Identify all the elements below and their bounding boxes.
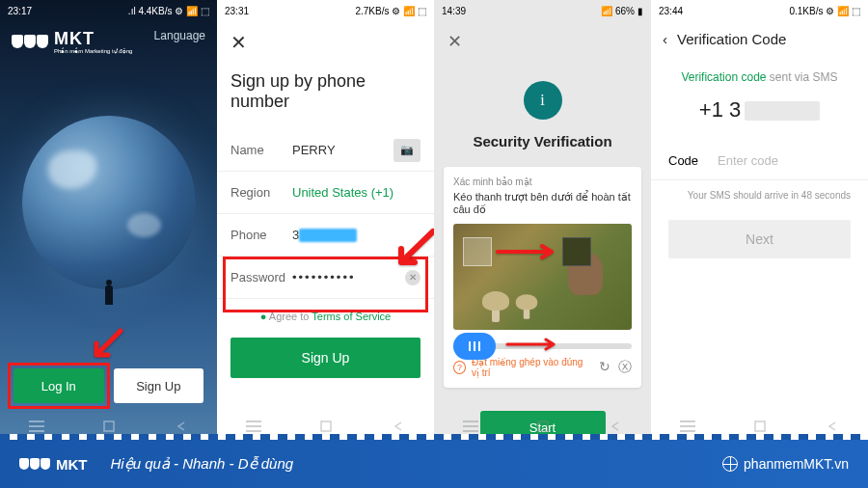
captcha-instruction: Kéo thanh trượt bên dưới để hoàn tất câu… <box>453 191 632 216</box>
language-selector[interactable]: Language <box>154 29 205 42</box>
status-icons: .ıl 4.4KB/s ⚙ 📶 ⬚ <box>128 6 209 16</box>
annotation-arrow-icon <box>505 338 563 351</box>
footer-banner: MKT Hiệu quả - Nhanh - Dễ dùng phanmemMK… <box>0 440 868 488</box>
status-bar: 23:31 2.7KB/s ⚙ 📶 ⬚ <box>217 0 434 21</box>
svg-rect-9 <box>463 425 478 427</box>
security-verification-screen: 14:39 📶 66% ▮ ✕ i Security Verification … <box>434 0 651 440</box>
signup-button[interactable]: Sign Up <box>114 368 204 403</box>
verification-message: Verification code sent via SMS <box>651 57 868 92</box>
login-screen: 23:17 .ıl 4.4KB/s ⚙ 📶 ⬚ MKT Phần mềm Mar… <box>0 0 217 440</box>
clock: 23:17 <box>8 6 32 16</box>
page-title: Verification Code <box>677 31 786 47</box>
brand-logo: MKT Phần mềm Marketing tự động <box>12 29 132 54</box>
signup-screen: 23:31 2.7KB/s ⚙ 📶 ⬚ ✕ Sign up by phone n… <box>217 0 434 440</box>
signup-submit-button[interactable]: Sign Up <box>231 338 420 378</box>
footer-url[interactable]: phanmemMKT.vn <box>722 456 849 472</box>
code-field-row: Code <box>651 142 868 180</box>
svg-rect-10 <box>463 430 478 432</box>
footer-logo: MKT <box>19 456 88 473</box>
close-icon[interactable]: ✕ <box>434 21 651 62</box>
person-silhouette <box>103 280 115 309</box>
svg-rect-7 <box>321 421 331 431</box>
camera-icon[interactable]: 📷 <box>393 139 420 162</box>
svg-rect-8 <box>463 420 478 422</box>
clock: 14:39 <box>442 6 466 16</box>
svg-rect-2 <box>29 430 44 432</box>
help-icon[interactable]: ? <box>453 361 466 374</box>
svg-rect-13 <box>680 425 695 427</box>
captcha-slider-handle[interactable] <box>453 333 496 360</box>
status-bar: 23:17 .ıl 4.4KB/s ⚙ 📶 ⬚ <box>0 0 217 21</box>
captcha-hint: Đặt miếng ghép vào đúng vị trí <box>472 357 593 378</box>
earth-illustration <box>22 116 196 289</box>
annotation-arrow-icon <box>496 243 563 260</box>
annotation-highlight <box>8 363 110 409</box>
globe-icon <box>722 456 738 472</box>
region-selector[interactable]: United States (+1) <box>292 185 420 200</box>
next-button[interactable]: Next <box>668 220 851 258</box>
svg-rect-12 <box>680 420 695 422</box>
close-captcha-icon[interactable]: ⓧ <box>618 359 632 376</box>
captcha-puzzle-image <box>453 224 632 330</box>
svg-rect-15 <box>755 421 765 431</box>
captcha-subtitle: Xác minh bảo mật <box>453 176 632 187</box>
status-icons: 📶 66% ▮ <box>601 6 643 16</box>
status-bar: 14:39 📶 66% ▮ <box>434 0 651 21</box>
verification-code-screen: 23:44 0.1KB/s ⚙ 📶 ⬚ ‹ Verification Code … <box>651 0 868 440</box>
svg-rect-5 <box>246 425 261 427</box>
page-title: Sign up by phone number <box>217 64 434 129</box>
region-label: Region <box>231 185 292 200</box>
svg-rect-3 <box>104 421 114 431</box>
code-label: Code <box>668 153 698 168</box>
code-input[interactable] <box>718 153 868 168</box>
svg-rect-6 <box>246 430 261 432</box>
phone-label: Phone <box>231 228 292 242</box>
annotation-arrow-icon <box>390 224 434 272</box>
puzzle-piece[interactable] <box>562 237 591 266</box>
svg-rect-0 <box>29 420 44 422</box>
status-icons: 2.7KB/s ⚙ 📶 ⬚ <box>355 6 426 16</box>
captcha-widget: Xác minh bảo mật Kéo thanh trượt bên dướ… <box>444 167 641 388</box>
page-title: Security Verification <box>434 133 651 149</box>
name-label: Name <box>231 143 292 157</box>
page-header: ‹ Verification Code <box>651 21 868 57</box>
mushroom-illustration <box>482 291 509 322</box>
status-icons: 0.1KB/s ⚙ 📶 ⬚ <box>789 6 860 16</box>
close-icon[interactable]: ✕ <box>217 21 434 64</box>
clock: 23:31 <box>225 6 249 16</box>
name-input[interactable]: PERRY <box>292 143 393 157</box>
footer-brand: MKT <box>56 456 88 473</box>
back-icon[interactable]: ‹ <box>663 31 667 47</box>
svg-rect-11 <box>538 421 548 431</box>
region-field-row: Region United States (+1) <box>217 172 434 214</box>
refresh-icon[interactable]: ↻ <box>599 359 610 376</box>
sms-countdown: Your SMS should arrive in 48 seconds <box>651 180 868 220</box>
name-field-row: Name PERRY 📷 <box>217 129 434 172</box>
footer-slogan: Hiệu quả - Nhanh - Dễ dùng <box>111 455 294 473</box>
svg-rect-4 <box>246 420 261 422</box>
brand-tagline: Phần mềm Marketing tự động <box>54 47 132 54</box>
phone-number-display: +1 3 <box>651 92 868 142</box>
info-icon: i <box>524 81 562 120</box>
svg-rect-1 <box>29 425 44 427</box>
annotation-arrow-icon <box>87 326 125 365</box>
brand-name: MKT <box>54 29 132 49</box>
captcha-slider-track <box>453 343 632 349</box>
svg-rect-14 <box>680 430 695 432</box>
mushroom-illustration <box>516 294 537 319</box>
clock: 23:44 <box>659 6 683 16</box>
status-bar: 23:44 0.1KB/s ⚙ 📶 ⬚ <box>651 0 868 21</box>
puzzle-slot <box>463 237 492 266</box>
